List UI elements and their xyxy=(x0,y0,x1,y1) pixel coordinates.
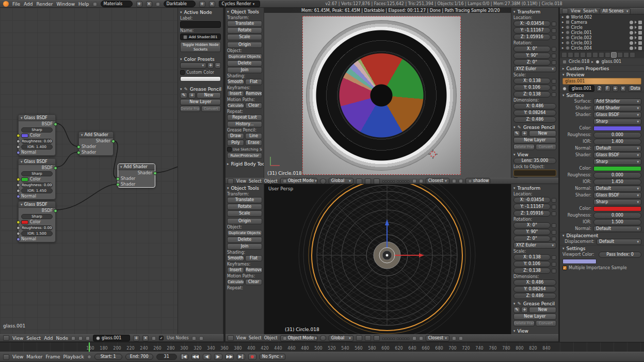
manipulator-scale-icon[interactable] xyxy=(374,335,380,341)
color-input-socket[interactable] xyxy=(17,177,20,181)
scene-lock-icon[interactable] xyxy=(412,179,416,183)
location-y-field[interactable]: Y: -1.11167 xyxy=(513,27,551,34)
texture-nodes-icon[interactable] xyxy=(86,336,90,340)
viewport-shading-icon[interactable] xyxy=(320,335,326,341)
scale-y-field[interactable]: Y: 0.106 xyxy=(513,261,551,267)
shader-output-socket[interactable] xyxy=(153,171,157,175)
roughness-row[interactable]: Roughness: 0.000 xyxy=(19,138,55,144)
ior-slider[interactable]: IOR: 1.400 xyxy=(21,144,53,150)
roughness-input-socket[interactable] xyxy=(17,139,20,143)
layer-buttons[interactable] xyxy=(382,336,410,341)
lock-icon[interactable] xyxy=(552,230,556,235)
color-swatch[interactable] xyxy=(593,166,641,171)
calculate-button[interactable]: Calculate xyxy=(227,279,244,285)
tab-texture[interactable] xyxy=(617,52,623,58)
node-header[interactable]: ▾Add Shader xyxy=(79,132,113,138)
add-shader-node-1[interactable]: ▾Add Shader Shader Shader Shader xyxy=(78,131,114,156)
top-shader-dropdown[interactable]: Add Shader▾ xyxy=(593,105,641,111)
opengl-render-icon[interactable] xyxy=(452,336,456,340)
rotation-x-field[interactable]: X: 0° xyxy=(513,222,551,228)
ior-row[interactable]: IOR: 1.500 xyxy=(19,231,55,236)
record-button[interactable]: ● xyxy=(248,354,256,360)
active-node-panel-header[interactable]: ▾Active Node xyxy=(180,9,221,15)
color-swatch[interactable] xyxy=(21,177,28,182)
tab-render-layers[interactable] xyxy=(568,52,573,58)
sync-dropdown[interactable]: No Sync▾ xyxy=(260,354,285,360)
renderable-icon[interactable] xyxy=(638,31,642,35)
scale-button[interactable]: Scale xyxy=(227,210,262,217)
clear-button[interactable]: Clear xyxy=(245,103,262,109)
editor-type-icon[interactable] xyxy=(3,335,9,341)
scene-browse-icon[interactable] xyxy=(156,2,160,6)
screen-browse-icon[interactable] xyxy=(93,2,97,6)
distribution-dropdown[interactable]: Sharp xyxy=(21,171,53,176)
dimension-z-field[interactable]: Z: 0.486 xyxy=(513,293,556,299)
select-menu[interactable]: Select xyxy=(249,179,262,184)
scale-x-field[interactable]: X: 0.138 xyxy=(513,254,551,260)
editor-type-icon[interactable] xyxy=(3,354,9,360)
delete-button[interactable]: Delete xyxy=(227,237,262,243)
tab-modifiers[interactable] xyxy=(599,52,604,58)
play-reverse-button[interactable]: ◀ xyxy=(203,354,211,360)
gp-add-icon[interactable]: + xyxy=(188,92,196,98)
current-frame-field[interactable]: 31 xyxy=(156,354,177,360)
glass-bsdf-node-2[interactable]: ▾Glass BSDF BSDF Sharp Color Roughness: … xyxy=(18,158,56,200)
node-menu-add[interactable]: Add xyxy=(44,336,53,341)
gp-draw-button[interactable]: Draw xyxy=(227,133,244,139)
snap-element-dropdown[interactable]: Closest▾ xyxy=(426,178,449,184)
prev-keyframe-button[interactable]: ◀◀ xyxy=(191,354,200,360)
snap-magnet-icon[interactable] xyxy=(419,336,423,340)
glass-bsdf-node-1[interactable]: ▾Glass BSDF BSDF Sharp Color Roughness: … xyxy=(18,114,56,156)
roughness-slider[interactable]: Roughness: 0.000 xyxy=(21,139,53,144)
collapse-icon[interactable]: ▾ xyxy=(81,133,83,137)
node-menu-node[interactable]: Node xyxy=(56,336,69,341)
gp-poly-button[interactable]: Poly xyxy=(227,140,244,146)
display-mode-dropdown[interactable]: All Scenes▾ xyxy=(600,8,631,14)
dimension-x-field[interactable]: X: 0.486 xyxy=(513,279,556,286)
dimension-y-field[interactable]: Y: 0.08264 xyxy=(513,286,556,292)
outliner-item-camera[interactable]: ▸Camera xyxy=(560,20,644,25)
editor-type-icon[interactable] xyxy=(228,335,234,341)
datablock-add-button[interactable]: + xyxy=(133,335,139,341)
roughness-slider[interactable]: Roughness: 0.000 xyxy=(21,225,53,231)
collapse-icon[interactable]: ▾ xyxy=(120,165,122,169)
scene-selector[interactable]: Darktable xyxy=(164,1,196,7)
translate-button[interactable]: Translate xyxy=(227,197,262,203)
lock-icon[interactable] xyxy=(552,262,556,267)
tab-scene[interactable] xyxy=(574,52,579,58)
smooth-button[interactable]: Smooth xyxy=(227,79,244,85)
remove-keyframe-button[interactable]: Remove xyxy=(245,91,262,97)
mode-dropdown[interactable]: Object Mode▾ xyxy=(280,178,317,184)
roughness-row[interactable]: Roughness: 0.000 xyxy=(19,182,55,188)
translate-button[interactable]: Translate xyxy=(227,21,262,27)
custom-color-swatch[interactable] xyxy=(180,76,221,81)
outliner-view-menu[interactable]: View xyxy=(571,9,581,13)
datablock-unlink-button[interactable]: × xyxy=(142,335,149,341)
color-swatch[interactable] xyxy=(21,220,28,224)
gp-delete-frame-button[interactable]: Delete Frame xyxy=(180,106,200,112)
insert-keyframe-button[interactable]: Insert xyxy=(227,267,244,273)
outliner-item-circle-004[interactable]: ▸Circle.004 xyxy=(560,45,644,51)
opengl-anim-icon[interactable] xyxy=(459,336,463,340)
viewport-color-swatch[interactable] xyxy=(562,259,597,264)
view-menu[interactable]: View xyxy=(236,179,246,184)
material-datablock-selector[interactable]: glass.001 xyxy=(93,335,130,341)
roughness-slider[interactable]: 0.000 xyxy=(593,132,641,138)
dimension-y-field[interactable]: Y: 0.08264 xyxy=(513,110,556,116)
outliner-item-world[interactable]: ▸World.002 xyxy=(560,14,644,20)
select-menu[interactable]: Select xyxy=(249,336,262,340)
hide-icon[interactable] xyxy=(630,31,633,35)
ior-row[interactable]: IOR: 1.450 xyxy=(19,188,55,193)
next-keyframe-button[interactable]: ▶▶ xyxy=(226,354,234,360)
menu-add[interactable]: Add xyxy=(24,2,33,7)
jump-start-button[interactable]: |◀ xyxy=(180,354,188,360)
link-source-dropdown[interactable]: Data xyxy=(628,86,641,92)
color-swatch[interactable] xyxy=(21,134,28,138)
gp-convert-button[interactable]: Convert xyxy=(536,320,557,326)
snap-magnet-icon[interactable] xyxy=(419,179,423,183)
ior-slider[interactable]: IOR: 1.450 xyxy=(21,188,53,193)
bsdf-output-socket[interactable] xyxy=(54,122,57,126)
timeline-marker-menu[interactable]: Marker xyxy=(26,354,42,359)
lock-icon[interactable] xyxy=(552,54,556,58)
tab-world[interactable] xyxy=(580,52,586,58)
